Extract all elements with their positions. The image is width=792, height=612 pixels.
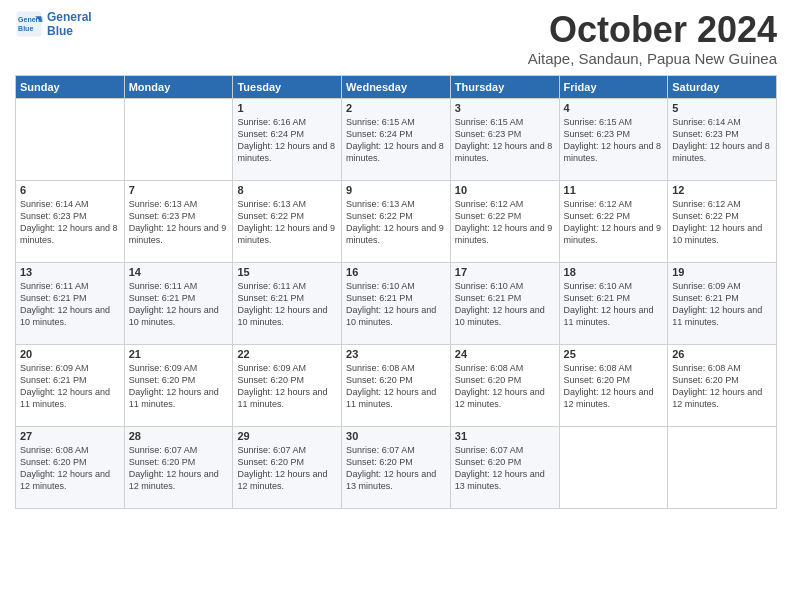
header-section: General Blue General Blue October 2024 A… — [15, 10, 777, 67]
calendar-cell: 17Sunrise: 6:10 AMSunset: 6:21 PMDayligh… — [450, 262, 559, 344]
day-number: 23 — [346, 348, 446, 360]
day-number: 17 — [455, 266, 555, 278]
day-detail: Sunrise: 6:12 AMSunset: 6:22 PMDaylight:… — [564, 198, 664, 247]
day-detail: Sunrise: 6:15 AMSunset: 6:24 PMDaylight:… — [346, 116, 446, 165]
calendar-week-1: 1Sunrise: 6:16 AMSunset: 6:24 PMDaylight… — [16, 98, 777, 180]
svg-rect-0 — [17, 12, 42, 37]
day-number: 18 — [564, 266, 664, 278]
calendar-cell: 7Sunrise: 6:13 AMSunset: 6:23 PMDaylight… — [124, 180, 233, 262]
day-detail: Sunrise: 6:09 AMSunset: 6:20 PMDaylight:… — [129, 362, 229, 411]
day-number: 9 — [346, 184, 446, 196]
day-number: 28 — [129, 430, 229, 442]
logo: General Blue General Blue — [15, 10, 92, 38]
calendar-cell: 15Sunrise: 6:11 AMSunset: 6:21 PMDayligh… — [233, 262, 342, 344]
col-sunday: Sunday — [16, 75, 125, 98]
day-detail: Sunrise: 6:09 AMSunset: 6:20 PMDaylight:… — [237, 362, 337, 411]
col-wednesday: Wednesday — [342, 75, 451, 98]
calendar-cell: 29Sunrise: 6:07 AMSunset: 6:20 PMDayligh… — [233, 426, 342, 508]
day-detail: Sunrise: 6:09 AMSunset: 6:21 PMDaylight:… — [20, 362, 120, 411]
day-detail: Sunrise: 6:11 AMSunset: 6:21 PMDaylight:… — [20, 280, 120, 329]
day-detail: Sunrise: 6:16 AMSunset: 6:24 PMDaylight:… — [237, 116, 337, 165]
day-number: 30 — [346, 430, 446, 442]
day-detail: Sunrise: 6:14 AMSunset: 6:23 PMDaylight:… — [20, 198, 120, 247]
calendar-cell: 14Sunrise: 6:11 AMSunset: 6:21 PMDayligh… — [124, 262, 233, 344]
day-detail: Sunrise: 6:11 AMSunset: 6:21 PMDaylight:… — [237, 280, 337, 329]
calendar-cell: 6Sunrise: 6:14 AMSunset: 6:23 PMDaylight… — [16, 180, 125, 262]
col-thursday: Thursday — [450, 75, 559, 98]
title-section: October 2024 Aitape, Sandaun, Papua New … — [528, 10, 777, 67]
day-detail: Sunrise: 6:07 AMSunset: 6:20 PMDaylight:… — [455, 444, 555, 493]
calendar-cell: 19Sunrise: 6:09 AMSunset: 6:21 PMDayligh… — [668, 262, 777, 344]
calendar-cell: 23Sunrise: 6:08 AMSunset: 6:20 PMDayligh… — [342, 344, 451, 426]
day-detail: Sunrise: 6:13 AMSunset: 6:23 PMDaylight:… — [129, 198, 229, 247]
calendar-cell: 24Sunrise: 6:08 AMSunset: 6:20 PMDayligh… — [450, 344, 559, 426]
col-friday: Friday — [559, 75, 668, 98]
svg-text:Blue: Blue — [18, 25, 33, 32]
calendar-cell: 1Sunrise: 6:16 AMSunset: 6:24 PMDaylight… — [233, 98, 342, 180]
calendar-cell: 3Sunrise: 6:15 AMSunset: 6:23 PMDaylight… — [450, 98, 559, 180]
calendar-cell — [124, 98, 233, 180]
calendar-cell: 16Sunrise: 6:10 AMSunset: 6:21 PMDayligh… — [342, 262, 451, 344]
day-number: 20 — [20, 348, 120, 360]
day-number: 12 — [672, 184, 772, 196]
header-row: Sunday Monday Tuesday Wednesday Thursday… — [16, 75, 777, 98]
calendar-cell: 18Sunrise: 6:10 AMSunset: 6:21 PMDayligh… — [559, 262, 668, 344]
day-detail: Sunrise: 6:14 AMSunset: 6:23 PMDaylight:… — [672, 116, 772, 165]
day-number: 1 — [237, 102, 337, 114]
day-number: 26 — [672, 348, 772, 360]
calendar-cell: 20Sunrise: 6:09 AMSunset: 6:21 PMDayligh… — [16, 344, 125, 426]
calendar-cell: 4Sunrise: 6:15 AMSunset: 6:23 PMDaylight… — [559, 98, 668, 180]
calendar-week-4: 20Sunrise: 6:09 AMSunset: 6:21 PMDayligh… — [16, 344, 777, 426]
day-detail: Sunrise: 6:10 AMSunset: 6:21 PMDaylight:… — [346, 280, 446, 329]
day-number: 13 — [20, 266, 120, 278]
calendar-cell: 21Sunrise: 6:09 AMSunset: 6:20 PMDayligh… — [124, 344, 233, 426]
calendar-cell: 27Sunrise: 6:08 AMSunset: 6:20 PMDayligh… — [16, 426, 125, 508]
day-detail: Sunrise: 6:08 AMSunset: 6:20 PMDaylight:… — [564, 362, 664, 411]
main-container: General Blue General Blue October 2024 A… — [0, 0, 792, 519]
day-number: 25 — [564, 348, 664, 360]
calendar-table: Sunday Monday Tuesday Wednesday Thursday… — [15, 75, 777, 509]
day-detail: Sunrise: 6:15 AMSunset: 6:23 PMDaylight:… — [455, 116, 555, 165]
day-number: 31 — [455, 430, 555, 442]
calendar-cell: 12Sunrise: 6:12 AMSunset: 6:22 PMDayligh… — [668, 180, 777, 262]
day-number: 10 — [455, 184, 555, 196]
calendar-cell: 13Sunrise: 6:11 AMSunset: 6:21 PMDayligh… — [16, 262, 125, 344]
calendar-week-2: 6Sunrise: 6:14 AMSunset: 6:23 PMDaylight… — [16, 180, 777, 262]
day-detail: Sunrise: 6:13 AMSunset: 6:22 PMDaylight:… — [237, 198, 337, 247]
calendar-cell — [668, 426, 777, 508]
day-number: 29 — [237, 430, 337, 442]
col-monday: Monday — [124, 75, 233, 98]
calendar-cell — [16, 98, 125, 180]
logo-icon: General Blue — [15, 10, 43, 38]
day-detail: Sunrise: 6:11 AMSunset: 6:21 PMDaylight:… — [129, 280, 229, 329]
day-detail: Sunrise: 6:07 AMSunset: 6:20 PMDaylight:… — [346, 444, 446, 493]
day-number: 21 — [129, 348, 229, 360]
day-number: 22 — [237, 348, 337, 360]
calendar-cell: 25Sunrise: 6:08 AMSunset: 6:20 PMDayligh… — [559, 344, 668, 426]
day-number: 2 — [346, 102, 446, 114]
calendar-cell: 11Sunrise: 6:12 AMSunset: 6:22 PMDayligh… — [559, 180, 668, 262]
day-detail: Sunrise: 6:08 AMSunset: 6:20 PMDaylight:… — [455, 362, 555, 411]
day-number: 16 — [346, 266, 446, 278]
calendar-cell: 31Sunrise: 6:07 AMSunset: 6:20 PMDayligh… — [450, 426, 559, 508]
day-detail: Sunrise: 6:10 AMSunset: 6:21 PMDaylight:… — [564, 280, 664, 329]
day-detail: Sunrise: 6:08 AMSunset: 6:20 PMDaylight:… — [20, 444, 120, 493]
calendar-cell: 10Sunrise: 6:12 AMSunset: 6:22 PMDayligh… — [450, 180, 559, 262]
calendar-cell: 5Sunrise: 6:14 AMSunset: 6:23 PMDaylight… — [668, 98, 777, 180]
day-detail: Sunrise: 6:10 AMSunset: 6:21 PMDaylight:… — [455, 280, 555, 329]
day-number: 14 — [129, 266, 229, 278]
calendar-cell: 2Sunrise: 6:15 AMSunset: 6:24 PMDaylight… — [342, 98, 451, 180]
col-tuesday: Tuesday — [233, 75, 342, 98]
day-number: 6 — [20, 184, 120, 196]
day-detail: Sunrise: 6:07 AMSunset: 6:20 PMDaylight:… — [129, 444, 229, 493]
day-detail: Sunrise: 6:12 AMSunset: 6:22 PMDaylight:… — [672, 198, 772, 247]
calendar-week-3: 13Sunrise: 6:11 AMSunset: 6:21 PMDayligh… — [16, 262, 777, 344]
day-number: 27 — [20, 430, 120, 442]
day-number: 3 — [455, 102, 555, 114]
location-title: Aitape, Sandaun, Papua New Guinea — [528, 50, 777, 67]
day-number: 24 — [455, 348, 555, 360]
calendar-week-5: 27Sunrise: 6:08 AMSunset: 6:20 PMDayligh… — [16, 426, 777, 508]
calendar-cell: 28Sunrise: 6:07 AMSunset: 6:20 PMDayligh… — [124, 426, 233, 508]
month-title: October 2024 — [528, 10, 777, 50]
day-number: 19 — [672, 266, 772, 278]
